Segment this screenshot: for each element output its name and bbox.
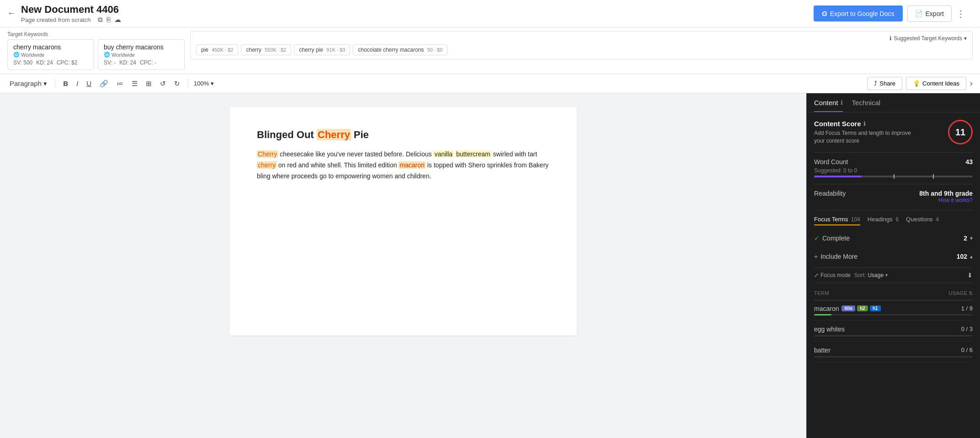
- word-count-label: Word Count: [814, 158, 848, 166]
- focus-mode-button[interactable]: ⤢ Focus mode: [814, 272, 851, 278]
- readability-header: Readability 8th and 9th grade How it wor…: [814, 190, 973, 203]
- editor-content[interactable]: Blinged Out Cherry Pie Cherry cheesecake…: [257, 129, 549, 182]
- suggested-tag-0[interactable]: pie 450K · $2: [196, 44, 238, 55]
- content-score-desc: Add Focus Terms and length to improve yo…: [814, 129, 919, 145]
- focus-mode-bar: ⤢ Focus mode Sort: Usage ▾ ⬇: [814, 267, 973, 283]
- tag-name-1: cherry: [246, 47, 261, 53]
- copy-icon-button[interactable]: ⎘: [107, 16, 111, 23]
- suggested-keywords-area: ℹ Suggested Target Keywords ▾ pie 450K ·…: [190, 31, 973, 59]
- vanilla-highlight: vanilla: [433, 150, 453, 158]
- plus-icon: +: [814, 253, 818, 260]
- google-g-icon: G: [822, 10, 827, 17]
- term-name-egg-whites: egg whites: [814, 326, 845, 333]
- readability-label: Readability: [814, 190, 846, 197]
- more-button[interactable]: ⋮: [956, 8, 965, 19]
- suggested-tags-list: pie 450K · $2 cherry 550K · $2 cherry pi…: [196, 44, 967, 55]
- kw2-stats: SV: - KD: 24 CPC: -: [104, 59, 179, 66]
- content-score-title: Content Score ℹ: [814, 120, 919, 128]
- focus-terms-tab[interactable]: Focus Terms 104: [814, 216, 860, 225]
- suggested-tag-2[interactable]: cherry pie 91K · $3: [294, 44, 350, 55]
- bold-button[interactable]: B: [61, 78, 70, 89]
- usage-column-header[interactable]: USAGE ⇅: [948, 290, 973, 296]
- term-bar-fill-macaron: [814, 314, 831, 315]
- zoom-select[interactable]: 100% ▾: [194, 80, 214, 87]
- complete-section-header[interactable]: ✓ Complete 2 ▾: [814, 231, 973, 246]
- suggested-tag-1[interactable]: cherry 550K · $2: [241, 44, 291, 55]
- complete-label: Complete: [822, 235, 850, 242]
- suggested-keywords-header[interactable]: ℹ Suggested Target Keywords ▾: [196, 35, 967, 42]
- content-ideas-button[interactable]: 💡 Content Ideas: [906, 77, 966, 90]
- redo-button[interactable]: ↻: [172, 78, 182, 89]
- unordered-list-button[interactable]: ☰: [129, 78, 140, 89]
- term-row-batter: batter 0 / 6: [814, 342, 973, 363]
- toolbar-row: Paragraph ▾ B I U 🔗 ≔ ☰ ⊞ ↺ ↻ 100% ▾ ⤴ S…: [0, 74, 980, 93]
- undo-button[interactable]: ↺: [158, 78, 168, 89]
- word-count-marker-2: [933, 174, 934, 179]
- zoom-label: 100%: [194, 80, 209, 87]
- kw1-stats: SV: 500 KD: 24 CPC: $2: [13, 59, 88, 66]
- buttercream-highlight: buttercream: [455, 150, 491, 158]
- include-more-header[interactable]: + Include More 102 ▴: [814, 249, 973, 264]
- italic-button[interactable]: I: [74, 78, 80, 89]
- toolbar-right: ⤴ Share 💡 Content Ideas ›: [867, 77, 973, 90]
- suggested-keywords-label: Suggested Target Keywords: [894, 35, 962, 42]
- sort-select[interactable]: Sort: Usage ▾: [854, 272, 888, 278]
- readability-link[interactable]: How it works?: [919, 197, 973, 203]
- export-gdocs-button[interactable]: G Export to Google Docs: [814, 5, 903, 21]
- share-icon: ⤴: [874, 80, 877, 87]
- term-row-top-egg-whites: egg whites 0 / 3: [814, 325, 973, 333]
- tab-technical[interactable]: Technical: [852, 99, 881, 112]
- questions-tab[interactable]: Questions 4: [906, 216, 939, 225]
- kw2-name: buy cherry macarons: [104, 43, 179, 51]
- headings-tab[interactable]: Headings 6: [868, 216, 899, 225]
- back-button[interactable]: ←: [7, 9, 16, 18]
- technical-tab-label: Technical: [852, 99, 881, 107]
- keyword-card-2: buy cherry macarons 🌐 Worldwide SV: - KD…: [98, 39, 185, 70]
- export-button[interactable]: 📄 Export: [907, 5, 952, 22]
- word-count-header: Word Count 43: [814, 158, 973, 166]
- globe-icon-1: 🌐: [13, 52, 20, 58]
- panel-body: Content Score ℹ Add Focus Terms and leng…: [807, 112, 980, 438]
- term-row-top-batter: batter 0 / 6: [814, 346, 973, 354]
- keywords-section: Target Keywords cherry macarons 🌐 Worldw…: [7, 31, 185, 70]
- share-button[interactable]: ⤴ Share: [867, 77, 902, 90]
- content-ideas-icon: 💡: [913, 80, 920, 87]
- ordered-list-button[interactable]: ≔: [114, 78, 126, 89]
- questions-label: Questions: [906, 216, 933, 223]
- divider-3: [814, 210, 973, 210]
- document-paragraph: Cherry cheesecake like you've never tast…: [257, 149, 549, 182]
- paragraph-select[interactable]: Paragraph ▾: [7, 78, 49, 89]
- underline-button[interactable]: U: [84, 78, 94, 89]
- term-usage-macaron: 1 / 9: [961, 305, 973, 312]
- readability-value: 8th and 9th grade: [919, 190, 973, 197]
- editor-area: Blinged Out Cherry Pie Cherry cheesecake…: [0, 93, 806, 438]
- link-button[interactable]: 🔗: [97, 78, 111, 89]
- term-table-header: TERM USAGE ⇅: [814, 288, 973, 300]
- word-count-bar: [814, 176, 973, 177]
- content-score-value: 11: [955, 127, 965, 138]
- tab-content[interactable]: Content ℹ: [814, 99, 843, 112]
- top-header: ← New Document 4406 Page created from sc…: [0, 0, 980, 27]
- term-tag-h2: h2: [857, 305, 868, 311]
- usage-sort-icon: ⇅: [969, 290, 973, 296]
- content-score-circle: 11: [948, 120, 973, 144]
- content-tab-label: Content: [814, 99, 838, 107]
- toolbar-separator-2: [188, 79, 188, 88]
- suggested-tag-3[interactable]: chocolate cherry macarons 50 · $0: [353, 44, 447, 55]
- term-tags-macaron: title h2 h1: [842, 305, 880, 311]
- word-count-suggested: Suggested: 0 to 0: [814, 167, 973, 174]
- complete-section-left: ✓ Complete: [814, 235, 850, 242]
- open-icon-button[interactable]: ⧉: [98, 16, 103, 24]
- tag-stats-2: 91K · $3: [326, 47, 345, 53]
- download-button[interactable]: ⬇: [967, 272, 973, 279]
- image-button[interactable]: ⊞: [144, 78, 154, 89]
- term-name-macaron: macaron: [814, 305, 839, 312]
- title-area: New Document 4406 Page created from scra…: [21, 4, 808, 24]
- cloud-icon-button[interactable]: ☁: [114, 16, 121, 24]
- document-subtitle: Page created from scratch: [21, 16, 91, 23]
- sort-chevron-icon: ▾: [885, 272, 888, 278]
- toolbar-arrow-button[interactable]: ›: [970, 79, 973, 88]
- share-label: Share: [879, 80, 895, 87]
- editor-page: Blinged Out Cherry Pie Cherry cheesecake…: [229, 107, 577, 336]
- sort-value: Usage: [868, 272, 884, 278]
